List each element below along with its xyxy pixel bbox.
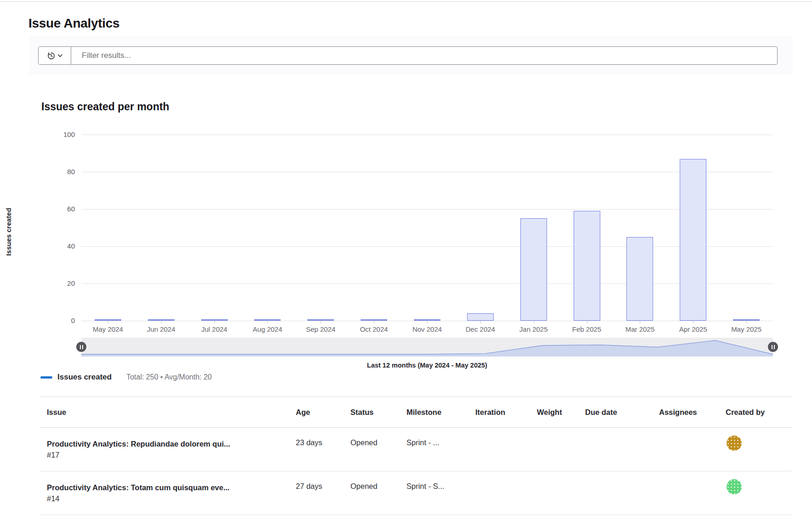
x-axis-tick	[640, 321, 640, 323]
table-row: Productivity Analytics: Repudiandae dolo…	[40, 428, 792, 471]
status-cell: Opened	[350, 428, 406, 471]
y-tick-label: 0	[45, 317, 75, 324]
bar-feb-2025[interactable]	[574, 211, 600, 321]
x-axis-label-nov-2024: Nov 2024	[400, 325, 454, 333]
x-axis-tick	[214, 321, 215, 323]
y-tick-label: 40	[45, 242, 75, 250]
due-date-cell	[585, 428, 659, 471]
x-axis-label-mar-2025: Mar 2025	[613, 325, 666, 333]
bar-dec-2024[interactable]	[467, 313, 494, 321]
x-axis-tick	[374, 321, 374, 323]
chart-zoom-slider[interactable]	[81, 338, 773, 357]
y-tick-label: 100	[45, 130, 75, 138]
created-by-avatar-identicon-green[interactable]	[727, 479, 742, 494]
created-by-avatar-identicon-orange[interactable]	[727, 436, 742, 451]
x-axis-tick	[534, 321, 534, 323]
x-axis-label-jun-2024: Jun 2024	[135, 325, 188, 333]
x-axis-tick	[746, 321, 747, 323]
created-by-cell	[726, 471, 792, 515]
column-header-milestone: Milestone	[406, 397, 475, 427]
gridline	[81, 172, 773, 172]
iteration-cell	[475, 471, 537, 515]
bar-apr-2025[interactable]	[680, 159, 706, 321]
issue-reference: #14	[47, 493, 296, 504]
filter-history-button[interactable]	[39, 47, 71, 64]
column-header-iteration: Iteration	[475, 397, 537, 427]
x-axis-label-may-2024: May 2024	[81, 325, 135, 333]
column-header-age: Age	[296, 397, 350, 427]
milestone-cell: Sprint - ...	[406, 428, 475, 471]
issue-title-link[interactable]: Productivity Analytics: Repudiandae dolo…	[47, 438, 296, 449]
weight-cell	[537, 471, 585, 515]
bar-mar-2025[interactable]	[626, 237, 653, 321]
issue-cell: Productivity Analytics: Totam cum quisqu…	[40, 471, 296, 515]
created-by-cell	[726, 428, 792, 471]
x-axis-tick	[161, 321, 162, 323]
x-axis-label-may-2025: May 2025	[720, 325, 773, 333]
x-axis-tick	[321, 321, 321, 323]
chevron-down-icon	[58, 54, 62, 57]
legend-stats: Total: 250 • Avg/Month: 20	[126, 373, 212, 381]
legend-series-label: Issues created	[57, 373, 112, 382]
issue-cell: Productivity Analytics: Repudiandae dolo…	[40, 428, 296, 471]
column-header-due-date: Due date	[585, 397, 659, 427]
milestone-cell: Sprint - S...	[406, 471, 475, 515]
page-top-divider	[0, 1, 812, 2]
x-axis-label-sep-2024: Sep 2024	[294, 325, 347, 333]
x-axis-tick	[427, 321, 428, 323]
y-tick-label: 80	[45, 168, 75, 176]
zoom-slider-preview	[81, 338, 773, 357]
x-axis-label-jan-2025: Jan 2025	[507, 325, 560, 333]
y-tick-label: 20	[45, 279, 75, 287]
issue-reference: #17	[47, 449, 296, 460]
weight-cell	[537, 428, 585, 471]
column-header-created-by: Created by	[726, 397, 792, 427]
x-axis-tick	[693, 321, 694, 323]
x-axis-tick	[108, 321, 108, 323]
column-header-status: Status	[350, 397, 406, 427]
x-axis-tick	[480, 321, 481, 323]
y-axis-label: Issues created	[5, 195, 12, 268]
chart-title: Issues created per month	[41, 101, 169, 113]
issue-title-link[interactable]: Productivity Analytics: Totam cum quisqu…	[47, 482, 296, 493]
due-date-cell	[585, 471, 659, 515]
history-icon	[47, 51, 56, 60]
x-axis-tick	[267, 321, 268, 323]
gridline	[81, 209, 773, 210]
x-axis-label-feb-2025: Feb 2025	[560, 325, 614, 333]
chart-range-caption: Last 12 months (May 2024 - May 2025)	[81, 362, 773, 369]
issues-table: IssueAgeStatusMilestoneIterationWeightDu…	[40, 396, 792, 515]
column-header-weight: Weight	[537, 397, 585, 427]
x-axis-label-aug-2024: Aug 2024	[241, 325, 294, 333]
filter-bar	[38, 46, 778, 65]
bar-jan-2025[interactable]	[520, 218, 547, 321]
x-axis-label-oct-2024: Oct 2024	[347, 325, 400, 333]
x-axis-label-apr-2025: Apr 2025	[666, 325, 720, 333]
table-row: Productivity Analytics: Totam cum quisqu…	[40, 471, 792, 515]
filter-results-input[interactable]	[71, 47, 777, 64]
status-cell: Opened	[350, 471, 406, 515]
y-tick-label: 60	[45, 205, 75, 213]
legend-swatch	[40, 376, 52, 379]
assignees-cell	[659, 428, 726, 471]
column-header-assignees: Assignees	[659, 397, 726, 427]
page-title: Issue Analytics	[28, 16, 119, 31]
gridline	[81, 246, 773, 247]
chart-legend: Issues created Total: 250 • Avg/Month: 2…	[40, 373, 212, 382]
assignees-cell	[659, 471, 726, 515]
x-axis-label-dec-2024: Dec 2024	[454, 325, 507, 333]
age-cell: 23 days	[296, 428, 350, 471]
iteration-cell	[475, 428, 537, 471]
age-cell: 27 days	[296, 471, 350, 515]
filter-panel	[29, 36, 793, 75]
gridline	[81, 135, 773, 135]
x-axis-tick	[587, 321, 587, 323]
zoom-slider-right-handle[interactable]	[768, 342, 778, 352]
column-header-issue: Issue	[40, 397, 296, 427]
gridline	[81, 283, 773, 284]
issues-per-month-chart: Issues created 020406080100May 2024Jun 2…	[81, 135, 773, 321]
table-header-row: IssueAgeStatusMilestoneIterationWeightDu…	[40, 396, 792, 428]
zoom-slider-left-handle[interactable]	[76, 342, 86, 352]
x-axis-label-jul-2024: Jul 2024	[188, 325, 241, 333]
